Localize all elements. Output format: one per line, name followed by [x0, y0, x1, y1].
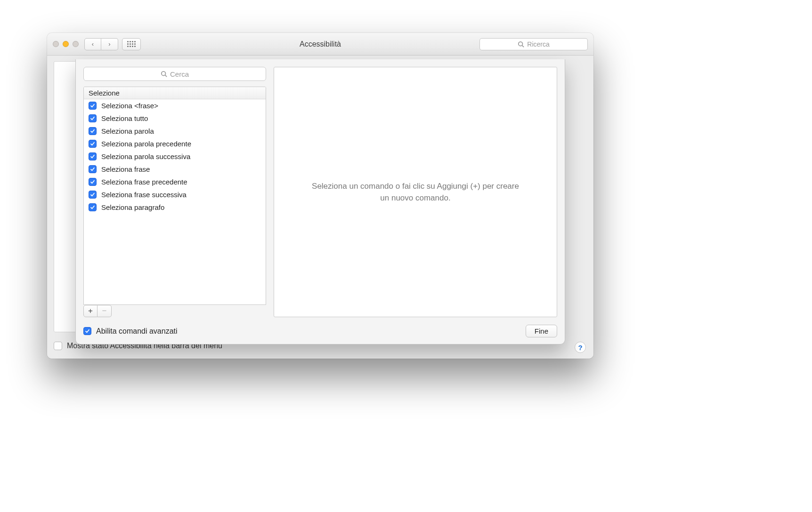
- command-checkbox[interactable]: [89, 165, 97, 173]
- show-all-button[interactable]: [122, 38, 141, 50]
- zoom-window-button[interactable]: [73, 41, 79, 47]
- command-label: Seleziona paragrafo: [101, 203, 164, 211]
- list-item[interactable]: Seleziona frase successiva: [84, 188, 266, 201]
- command-label: Seleziona frase successiva: [101, 191, 187, 199]
- command-checkbox[interactable]: [89, 203, 97, 211]
- command-checkbox[interactable]: [89, 191, 97, 199]
- command-label: Seleziona frase precedente: [101, 178, 187, 186]
- advanced-commands-checkbox[interactable]: [83, 327, 91, 335]
- preferences-window: ‹ › Accessibilità Ricerca: [47, 33, 593, 359]
- command-checkbox[interactable]: [89, 178, 97, 186]
- command-checkbox[interactable]: [89, 114, 97, 122]
- svg-point-2: [162, 72, 166, 76]
- window-controls: [53, 41, 79, 47]
- command-checkbox[interactable]: [89, 140, 97, 148]
- nav-forward-button[interactable]: ›: [101, 38, 118, 50]
- add-remove-buttons: + −: [83, 305, 266, 317]
- command-label: Seleziona frase: [101, 165, 150, 173]
- plus-icon: +: [88, 306, 93, 316]
- command-label: Seleziona <frase>: [101, 102, 158, 110]
- close-window-button[interactable]: [53, 41, 59, 47]
- remove-command-button[interactable]: −: [97, 305, 112, 317]
- nav-back-button[interactable]: ‹: [84, 38, 101, 50]
- list-item[interactable]: Seleziona frase: [84, 163, 266, 176]
- help-icon: ?: [578, 344, 582, 352]
- list-item[interactable]: Seleziona parola precedente: [84, 137, 266, 150]
- list-item[interactable]: Seleziona paragrafo: [84, 201, 266, 214]
- add-command-button[interactable]: +: [83, 305, 97, 317]
- command-label: Seleziona parola successiva: [101, 152, 190, 160]
- commands-list-body[interactable]: Seleziona <frase>Seleziona tuttoSelezion…: [84, 99, 266, 304]
- list-item[interactable]: Seleziona parola successiva: [84, 150, 266, 163]
- grid-icon: [127, 41, 136, 47]
- help-button[interactable]: ?: [575, 342, 586, 353]
- commands-list: Selezione Seleziona <frase>Seleziona tut…: [83, 87, 266, 305]
- chevron-left-icon: ‹: [92, 40, 94, 48]
- svg-point-0: [519, 41, 523, 46]
- list-item[interactable]: Seleziona frase precedente: [84, 176, 266, 188]
- menubar-status-checkbox[interactable]: [54, 342, 62, 350]
- sheet-footer: Abilita comandi avanzati Fine: [83, 325, 557, 337]
- search-icon: [161, 71, 167, 77]
- commands-search-placeholder: Cerca: [170, 70, 189, 78]
- titlebar: ‹ › Accessibilità Ricerca: [47, 33, 593, 56]
- toolbar-search-field[interactable]: Ricerca: [479, 38, 588, 50]
- command-label: Seleziona tutto: [101, 114, 148, 122]
- list-item[interactable]: Seleziona parola: [84, 125, 266, 137]
- command-label: Seleziona parola precedente: [101, 140, 191, 148]
- detail-placeholder-text: Seleziona un comando o fai clic su Aggiu…: [312, 180, 519, 204]
- commands-sheet: Cerca Selezione Seleziona <frase>Selezio…: [75, 59, 565, 344]
- svg-line-3: [165, 75, 167, 77]
- command-detail-pane: Seleziona un comando o fai clic su Aggiu…: [274, 67, 557, 317]
- list-item[interactable]: Seleziona tutto: [84, 112, 266, 125]
- chevron-right-icon: ›: [108, 40, 110, 48]
- command-label: Seleziona parola: [101, 127, 154, 135]
- commands-list-header: Selezione: [84, 87, 266, 99]
- svg-line-1: [522, 45, 524, 47]
- command-checkbox[interactable]: [89, 152, 97, 160]
- minimize-window-button[interactable]: [63, 41, 69, 47]
- list-item[interactable]: Seleziona <frase>: [84, 99, 266, 112]
- search-icon: [518, 41, 524, 48]
- nav-buttons: ‹ ›: [84, 38, 118, 50]
- command-checkbox[interactable]: [89, 102, 97, 110]
- command-checkbox[interactable]: [89, 127, 97, 135]
- done-button[interactable]: Fine: [526, 325, 557, 337]
- advanced-commands-label: Abilita comandi avanzati: [96, 327, 178, 336]
- done-button-label: Fine: [535, 327, 548, 335]
- toolbar-search-placeholder: Ricerca: [527, 40, 549, 48]
- commands-search-field[interactable]: Cerca: [83, 67, 266, 81]
- minus-icon: −: [102, 306, 107, 316]
